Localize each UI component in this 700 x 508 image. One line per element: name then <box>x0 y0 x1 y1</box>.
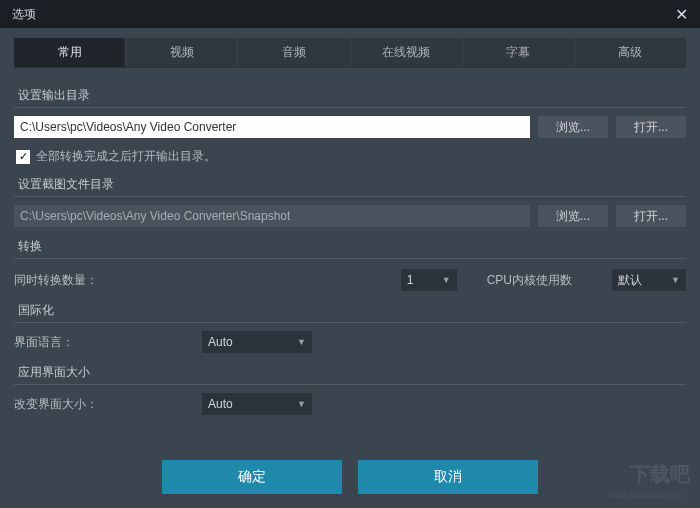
window-title: 选项 <box>12 6 36 23</box>
section-output-header: 设置输出目录 <box>14 82 686 108</box>
convert-count-select[interactable]: 1 ▼ <box>401 269 457 291</box>
open-after-convert-checkbox[interactable]: ✓ <box>16 150 30 164</box>
cpu-cores-value: 默认 <box>618 272 642 289</box>
section-intl-header: 国际化 <box>14 297 686 323</box>
tab-audio[interactable]: 音频 <box>238 38 350 67</box>
ok-button[interactable]: 确定 <box>162 460 342 494</box>
content: 设置输出目录 浏览... 打开... ✓ 全部转换完成之后打开输出目录。 设置截… <box>0 68 700 415</box>
tab-online[interactable]: 在线视频 <box>351 38 463 67</box>
cpu-cores-label: CPU内核使用数 <box>487 272 572 289</box>
tab-advanced[interactable]: 高级 <box>575 38 686 67</box>
chevron-down-icon: ▼ <box>297 399 306 409</box>
section-uisize-header: 应用界面大小 <box>14 359 686 385</box>
section-snapshot-header: 设置截图文件目录 <box>14 171 686 197</box>
chevron-down-icon: ▼ <box>442 275 451 285</box>
titlebar: 选项 ✕ <box>0 0 700 28</box>
tab-subtitle[interactable]: 字幕 <box>463 38 575 67</box>
tabs: 常用 视频 音频 在线视频 字幕 高级 <box>14 38 686 68</box>
output-browse-button[interactable]: 浏览... <box>538 116 608 138</box>
ui-size-select[interactable]: Auto ▼ <box>202 393 312 415</box>
tab-video[interactable]: 视频 <box>126 38 238 67</box>
snapshot-browse-button[interactable]: 浏览... <box>538 205 608 227</box>
tab-general[interactable]: 常用 <box>14 38 126 67</box>
open-after-convert-label: 全部转换完成之后打开输出目录。 <box>36 148 216 165</box>
ui-language-select[interactable]: Auto ▼ <box>202 331 312 353</box>
ui-size-label: 改变界面大小： <box>14 396 194 413</box>
ui-language-value: Auto <box>208 335 233 349</box>
convert-count-value: 1 <box>407 273 414 287</box>
chevron-down-icon: ▼ <box>671 275 680 285</box>
snapshot-path-input[interactable] <box>14 205 530 227</box>
convert-count-label: 同时转换数量： <box>14 272 98 289</box>
ui-size-value: Auto <box>208 397 233 411</box>
section-convert-header: 转换 <box>14 233 686 259</box>
close-icon[interactable]: ✕ <box>671 5 692 24</box>
snapshot-open-button[interactable]: 打开... <box>616 205 686 227</box>
cancel-button[interactable]: 取消 <box>358 460 538 494</box>
output-open-button[interactable]: 打开... <box>616 116 686 138</box>
ui-language-label: 界面语言： <box>14 334 194 351</box>
cpu-cores-select[interactable]: 默认 ▼ <box>612 269 686 291</box>
footer: 确定 取消 <box>0 460 700 494</box>
chevron-down-icon: ▼ <box>297 337 306 347</box>
output-path-input[interactable] <box>14 116 530 138</box>
